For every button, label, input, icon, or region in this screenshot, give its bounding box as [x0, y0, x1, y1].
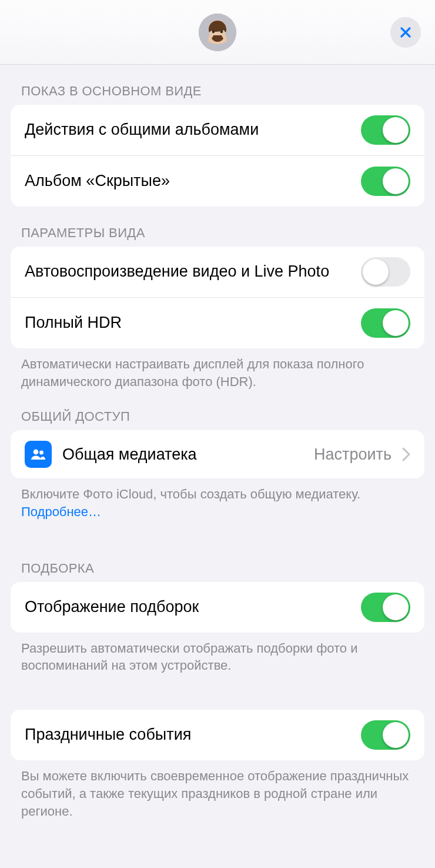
group-sharing: Общая медиатека Настроить — [11, 430, 424, 478]
toggle-knob — [383, 594, 409, 620]
section-header-featured: ПОДБОРКА — [0, 556, 435, 582]
row-label: Общая медиатека — [62, 445, 303, 465]
people-icon — [25, 441, 52, 468]
close-icon — [399, 25, 413, 39]
footer-featured: Разрешить автоматически отображать подбо… — [0, 633, 435, 674]
modal-header — [0, 0, 435, 65]
close-button[interactable] — [390, 17, 421, 48]
svg-point-2 — [220, 30, 223, 33]
section-sharing: ОБЩИЙ ДОСТУП Общая медиатека Настроить — [0, 404, 435, 520]
section-holidays: Праздничные события Вы можете включить с… — [0, 710, 435, 820]
svg-point-1 — [212, 30, 215, 33]
toggle-knob — [383, 310, 409, 336]
toggle-knob — [383, 722, 409, 748]
toggle-full-hdr[interactable] — [361, 308, 410, 338]
group-featured: Отображение подборок — [11, 582, 424, 633]
row-shared-albums-activity[interactable]: Действия с общими альбомами — [11, 105, 424, 155]
section-view-params: ПАРАМЕТРЫ ВИДА Автовоспроизведение видео… — [0, 221, 435, 390]
footer-view-params: Автоматически настраивать дисплей для по… — [0, 348, 435, 390]
section-header-main-view: ПОКАЗ В ОСНОВНОМ ВИДЕ — [0, 79, 435, 105]
row-label: Полный HDR — [25, 313, 350, 333]
toggle-show-featured[interactable] — [361, 593, 410, 622]
avatar[interactable] — [199, 14, 236, 51]
toggle-autoplay[interactable] — [361, 257, 410, 287]
section-featured: ПОДБОРКА Отображение подборок Разрешить … — [0, 556, 435, 674]
footer-sharing-text: Включите Фото iCloud, чтобы создать общу… — [21, 487, 360, 501]
memoji-avatar-icon — [199, 14, 236, 51]
group-holidays: Праздничные события — [11, 710, 424, 760]
row-autoplay[interactable]: Автовоспроизведение видео и Live Photo — [11, 247, 424, 297]
settings-content: ПОКАЗ В ОСНОВНОМ ВИДЕ Действия с общими … — [0, 79, 435, 837]
svg-point-4 — [39, 451, 44, 455]
row-full-hdr[interactable]: Полный HDR — [11, 297, 424, 348]
section-header-view-params: ПАРАМЕТРЫ ВИДА — [0, 221, 435, 247]
row-label: Отображение подборок — [25, 597, 350, 617]
row-label: Альбом «Скрытые» — [25, 171, 350, 191]
footer-sharing: Включите Фото iCloud, чтобы создать общу… — [0, 478, 435, 520]
toggle-hidden-album[interactable] — [361, 167, 410, 196]
toggle-knob — [383, 168, 409, 194]
row-holiday-events[interactable]: Праздничные события — [11, 710, 424, 760]
section-main-view: ПОКАЗ В ОСНОВНОМ ВИДЕ Действия с общими … — [0, 79, 435, 207]
group-view-params: Автовоспроизведение видео и Live Photo П… — [11, 247, 424, 348]
chevron-right-icon — [402, 447, 410, 461]
section-header-sharing: ОБЩИЙ ДОСТУП — [0, 404, 435, 430]
row-label: Действия с общими альбомами — [25, 120, 350, 140]
row-label: Праздничные события — [25, 725, 350, 745]
toggle-knob — [363, 259, 389, 285]
row-value: Настроить — [314, 445, 392, 464]
row-label: Автовоспроизведение видео и Live Photo — [25, 262, 350, 282]
row-show-featured[interactable]: Отображение подборок — [11, 582, 424, 633]
group-main-view: Действия с общими альбомами Альбом «Скры… — [11, 105, 424, 207]
toggle-holiday-events[interactable] — [361, 720, 410, 750]
toggle-knob — [383, 117, 409, 143]
footer-holidays: Вы можете включить своевременное отображ… — [0, 760, 435, 820]
svg-point-3 — [34, 450, 39, 455]
learn-more-link[interactable]: Подробнее… — [21, 504, 101, 519]
row-shared-library[interactable]: Общая медиатека Настроить — [11, 430, 424, 478]
row-hidden-album[interactable]: Альбом «Скрытые» — [11, 155, 424, 207]
toggle-shared-albums-activity[interactable] — [361, 115, 410, 145]
